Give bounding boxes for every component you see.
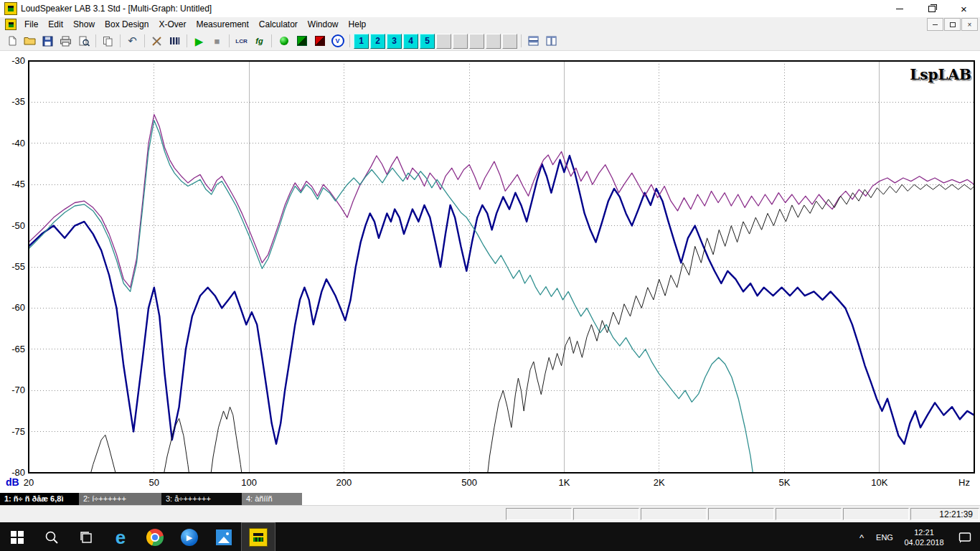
copy-button[interactable] xyxy=(100,33,116,49)
status-cell xyxy=(843,508,909,520)
y-tick-label: -70 xyxy=(11,385,25,395)
application-window: LoudSpeaker LAB 3.1 Std - [Multi-Graph: … xyxy=(0,0,980,551)
mdi-restore-button[interactable] xyxy=(944,18,961,31)
x-tick-label: 5K xyxy=(779,477,791,488)
minimize-button[interactable] xyxy=(883,0,915,17)
menu-window[interactable]: Window xyxy=(303,17,344,32)
graph-slot-1-button[interactable]: 1 xyxy=(354,34,369,49)
lsplab-taskbar-button[interactable] xyxy=(241,522,275,551)
graph-slot-4-button[interactable]: 4 xyxy=(403,34,418,49)
close-button[interactable]: × xyxy=(948,0,980,17)
edge-icon: e xyxy=(116,528,126,547)
mdi-minimize-button[interactable] xyxy=(927,18,943,31)
status-cell xyxy=(641,508,707,520)
chrome-taskbar-button[interactable] xyxy=(138,522,172,551)
axis-labels: -30-35-40-45-50-55-60-65-70-75-802050100… xyxy=(6,55,970,488)
sphere-tool-button[interactable] xyxy=(275,33,292,49)
blue-v-icon: V xyxy=(331,34,344,47)
new-document-icon xyxy=(6,35,18,47)
mdi-child-icon[interactable] xyxy=(5,19,17,30)
menu-box-design[interactable]: Box Design xyxy=(100,17,154,32)
graph-slot-5-button[interactable]: 5 xyxy=(420,34,435,49)
save-button[interactable] xyxy=(39,33,56,49)
floppy-disk-icon xyxy=(42,36,53,47)
x-tick-label: 500 xyxy=(461,477,477,488)
lsplab-icon xyxy=(249,528,268,547)
copy-icon xyxy=(103,36,113,47)
y-tick-label: -40 xyxy=(11,138,25,149)
tile-vertical-button[interactable] xyxy=(543,33,560,49)
start-button[interactable] xyxy=(0,522,34,551)
chrome-icon xyxy=(146,529,164,546)
legend-curve-3[interactable]: 3: å÷++++++ xyxy=(161,493,242,505)
media-player-taskbar-button[interactable]: ▶ xyxy=(172,522,207,551)
photos-taskbar-button[interactable] xyxy=(207,522,241,551)
toolbar-separator xyxy=(144,34,145,47)
open-file-button[interactable] xyxy=(22,33,38,49)
legend-curve-1[interactable]: 1: ñ÷ ñ ðåæ 6,8ì xyxy=(0,493,79,505)
toolbar-separator xyxy=(349,34,350,47)
status-clock: 12:21:39 xyxy=(910,508,979,520)
graph-slot-3-button[interactable]: 3 xyxy=(387,34,402,49)
toolbar-separator xyxy=(95,34,96,47)
red-square-icon xyxy=(315,36,325,46)
graph-bars-button[interactable] xyxy=(166,33,183,49)
menu-measurement[interactable]: Measurement xyxy=(191,17,253,32)
undo-button[interactable]: ↶ xyxy=(124,33,141,49)
graph-slot-2-button[interactable]: 2 xyxy=(370,34,385,49)
graph-slot-10-button[interactable] xyxy=(502,34,517,49)
task-view-button[interactable] xyxy=(69,522,103,551)
print-preview-button[interactable] xyxy=(75,33,92,49)
green-sphere-icon xyxy=(280,37,288,45)
toolbar-separator xyxy=(120,34,121,47)
x-tick-label: 200 xyxy=(336,477,352,488)
start-measurement-button[interactable]: ▶ xyxy=(191,33,207,49)
y-tick-label: -35 xyxy=(11,96,25,107)
taskbar-search-button[interactable] xyxy=(34,522,69,551)
red-tool-button[interactable] xyxy=(311,33,328,49)
x-tick-label: 2K xyxy=(654,477,665,488)
y-axis-unit: dB xyxy=(6,476,19,488)
green-tool-button[interactable] xyxy=(293,33,310,49)
curve-legend-bar: 1: ñ÷ ñ ðåæ 6,8ì 2: í÷++++++ 3: å÷++++++… xyxy=(0,493,980,505)
lcr-meter-button[interactable]: LCR xyxy=(233,33,250,49)
menu-file[interactable]: File xyxy=(19,17,43,32)
y-tick-label: -55 xyxy=(11,261,25,272)
menu-calculator[interactable]: Calculator xyxy=(254,17,303,32)
mdi-close-button[interactable]: × xyxy=(961,18,978,31)
taskbar-clock[interactable]: 12:21 04.02.2018 xyxy=(898,527,950,547)
vented-box-button[interactable]: V xyxy=(329,33,346,49)
menu-x-over[interactable]: X-Over xyxy=(154,17,191,32)
menu-edit[interactable]: Edit xyxy=(43,17,68,32)
status-cell xyxy=(573,508,639,520)
y-tick-label: -45 xyxy=(11,179,25,189)
tile-horizontal-button[interactable] xyxy=(525,33,542,49)
generator-button[interactable]: fg xyxy=(251,33,268,49)
minimize-icon xyxy=(896,9,903,9)
restore-button[interactable] xyxy=(915,0,948,17)
status-bar: 12:21:39 xyxy=(0,505,980,522)
edge-taskbar-button[interactable]: e xyxy=(103,522,138,551)
graph-slot-6-button[interactable] xyxy=(436,34,451,49)
tile-vertical-icon xyxy=(546,36,557,46)
open-folder-icon xyxy=(24,36,36,46)
legend-curve-2[interactable]: 2: í÷++++++ xyxy=(79,493,161,505)
graph-slot-8-button[interactable] xyxy=(469,34,484,49)
toolbar-separator xyxy=(229,34,230,47)
graph-slot-7-button[interactable] xyxy=(453,34,468,49)
status-cell xyxy=(506,508,572,520)
graph-slot-9-button[interactable] xyxy=(486,34,501,49)
stop-measurement-button[interactable]: ■ xyxy=(209,33,225,49)
taskbar-time: 12:21 xyxy=(914,528,934,537)
language-indicator[interactable]: ENG xyxy=(871,533,898,542)
menu-help[interactable]: Help xyxy=(344,17,372,32)
print-button[interactable] xyxy=(57,33,74,49)
tools-button[interactable] xyxy=(149,33,165,49)
new-file-button[interactable] xyxy=(4,33,20,49)
menu-show[interactable]: Show xyxy=(68,17,100,32)
y-tick-label: -30 xyxy=(11,55,25,66)
curve-4-black xyxy=(29,184,974,493)
tray-chevron-button[interactable]: ^ xyxy=(852,532,871,543)
legend-curve-4[interactable]: 4: àñííñ xyxy=(242,493,302,505)
notification-center-button[interactable] xyxy=(950,532,980,544)
